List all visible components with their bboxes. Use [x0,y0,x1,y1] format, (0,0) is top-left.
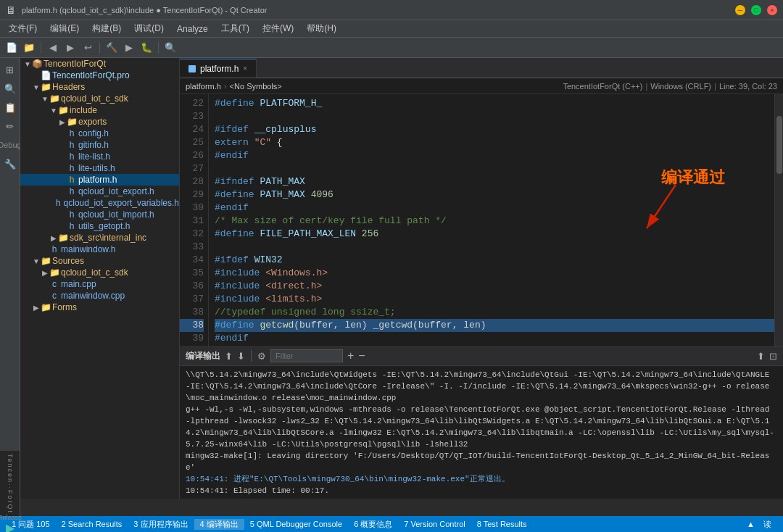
code-line-31: /* Max size of cert/key file full path *… [215,215,777,228]
breadcrumb-position: Line: 39, Col: 23 [719,82,777,91]
status-compile-output[interactable]: 4 编译输出 [194,519,244,530]
status-qml-debug[interactable]: 5 QML Debugger Console [244,520,348,528]
maximize-button[interactable]: □ [751,5,761,15]
menu-build[interactable]: 构建(B) [86,21,127,36]
status-summary[interactable]: 6 概要信息 [348,519,398,530]
code-line-30: #endif [215,201,777,215]
tab-close-button[interactable]: × [243,65,247,72]
tree-sdk-src[interactable]: ▶ 📁 sdk_src\internal_inc [20,232,179,244]
new-file-button[interactable]: 📄 [4,41,19,55]
left-sidebar: ⊞ 🔍 📋 ✏ Debug 🔧 ⚙ ❓ [0,58,20,499]
tree-pro-file[interactable]: 📄 TencentIotForQt.pro [20,70,179,81]
menu-debug[interactable]: 调试(D) [128,21,170,36]
tree-main-cpp[interactable]: c main.cpp [20,278,179,290]
menu-controls[interactable]: 控件(W) [257,21,299,36]
debug-button[interactable]: 🐛 [139,41,154,55]
file-tree: ▼ 📦 TencentIotForQt 📄 TencentIotForQt.pr… [20,58,180,499]
back-button[interactable]: ◀ [46,41,60,55]
menu-tools[interactable]: 工具(T) [215,21,255,36]
tools-icon[interactable]: 🔧 [1,155,19,173]
close-button[interactable]: × [767,5,777,15]
code-line-32: #define FILE_PATH_MAX_LEN 256 [215,228,777,241]
code-line-27 [215,162,777,175]
add-icon[interactable]: + [347,349,354,362]
toolbar: 📄 📁 ◀ ▶ ↩ 🔨 ▶ 🐛 🔍 [0,38,783,58]
tencent-logo: Tencen··ForQt [7,454,14,514]
breadcrumb-project: TencentIotForQt (C++) [563,82,642,91]
status-version[interactable]: 7 Version Control [398,520,471,528]
status-bar: 1 问题 105 2 Search Results 3 应用程序输出 4 编译输… [0,516,783,532]
bottom-content[interactable]: \\QT\5.14.2\mingw73_64\include\QtWidgets… [180,366,783,499]
tree-platform-h[interactable]: h platform.h [20,174,179,186]
toolbar-icon-2[interactable]: ⬇ [237,351,245,362]
tree-qcloud-sdk[interactable]: ▼ 📁 qcloud_iot_c_sdk [20,93,179,104]
search-button[interactable]: 🔍 [163,41,178,55]
tree-sources[interactable]: ▼ 📁 Sources [20,255,179,267]
code-line-28: #ifndef PATH_MAX [215,175,777,188]
code-content[interactable]: #define PLATFORM_H_ #ifdef __cplusplus e… [209,94,783,346]
build-button[interactable]: 🔨 [104,41,119,55]
collapse-icon[interactable]: ⬆ [757,351,765,362]
breadcrumb-encoding: Windows (CRLF) [650,82,711,91]
play-button[interactable]: ▶ [6,521,14,532]
tree-mainwindow-cpp[interactable]: c mainwindow.cpp [20,290,179,302]
tree-gitinfo[interactable]: h gitinfo.h [20,139,179,151]
tree-exports[interactable]: ▶ 📁 exports [20,116,179,128]
tree-include[interactable]: ▼ 📁 include [20,104,179,116]
tree-headers[interactable]: ▼ 📁 Headers [20,81,179,93]
breadcrumb: platform.h › <No Symbols> TencentIotForQ… [180,78,783,94]
tree-utils-getopt[interactable]: h utils_getopt.h [20,220,179,232]
menu-help[interactable]: 帮助(H) [301,21,342,36]
code-line-23 [215,110,777,123]
breadcrumb-sep3: | [714,82,716,91]
status-test[interactable]: 8 Test Results [471,520,533,528]
menu-analyze[interactable]: Analyze [171,22,214,36]
menu-file[interactable]: 文件(F) [3,21,43,36]
editor-icon[interactable]: 📋 [1,99,19,116]
release-label: Release [0,514,22,521]
tree-mainwindow-h[interactable]: h mainwindow.h [20,244,179,255]
code-line-29: #define PATH_MAX 4096 [215,188,777,201]
open-button[interactable]: 📁 [22,41,36,55]
run-button[interactable]: ▶ [122,41,136,55]
breadcrumb-symbols[interactable]: <No Symbols> [230,82,282,91]
tree-lite-list-label: lite-list.h [78,151,110,162]
tree-platform-label: platform.h [78,175,117,185]
tree-qcloud-export-vars[interactable]: h qcloud_iot_export_variables.h [20,197,179,209]
tree-sources-qcloud[interactable]: ▶ 📁 qcloud_iot_c_sdk [20,267,179,278]
tree-config[interactable]: h config.h [20,128,179,139]
tree-lite-list[interactable]: h lite-list.h [20,151,179,162]
tree-config-label: config.h [78,128,109,138]
tree-lite-utils[interactable]: h lite-utils.h [20,162,179,174]
code-editor[interactable]: 2223242526 2728293031 3233343536 373838 … [180,94,783,346]
breadcrumb-sep1: › [224,82,227,91]
toolbar-icon-1[interactable]: ⬆ [225,351,233,362]
minimize-button[interactable]: ─ [735,5,745,15]
edit-icon[interactable]: ✏ [1,117,19,135]
tree-utils-getopt-label: utils_getopt.h [78,221,130,231]
output-line-3: mingw32-make[1]: Leaving directory 'F:/U… [186,450,777,473]
menu-edit[interactable]: 编辑(E) [44,21,85,36]
tree-qcloud-export[interactable]: h qcloud_iot_export.h [20,186,179,197]
toolbar-separator-2 [99,42,100,54]
debug-icon[interactable]: Debug [1,136,19,154]
tree-root[interactable]: ▼ 📦 TencentIotForQt [20,58,179,70]
up-button[interactable]: ↩ [80,41,95,55]
tree-qcloud-import-label: qcloud_iot_import.h [78,209,154,220]
gear-icon[interactable]: ⚙ [257,351,266,362]
filter-input[interactable] [270,349,343,362]
status-search[interactable]: 2 Search Results [56,520,128,528]
tab-platform-h[interactable]: platform.h × [180,59,257,78]
remove-icon[interactable]: − [358,349,365,362]
expand-icon[interactable]: ⊡ [769,351,777,362]
search-icon[interactable]: 🔍 [1,80,19,97]
tree-exports-label: exports [78,117,107,127]
project-icon[interactable]: ⊞ [1,61,19,78]
breadcrumb-filename[interactable]: platform.h [186,82,221,91]
tree-qcloud-import[interactable]: h qcloud_iot_import.h [20,209,179,220]
status-arrow-up[interactable]: ▲ [744,520,758,528]
forward-button[interactable]: ▶ [63,41,78,55]
tree-sources-label: Sources [52,256,84,266]
status-app-output[interactable]: 3 应用程序输出 [128,519,194,530]
tree-forms[interactable]: ▶ 📁 Forms [20,302,179,313]
